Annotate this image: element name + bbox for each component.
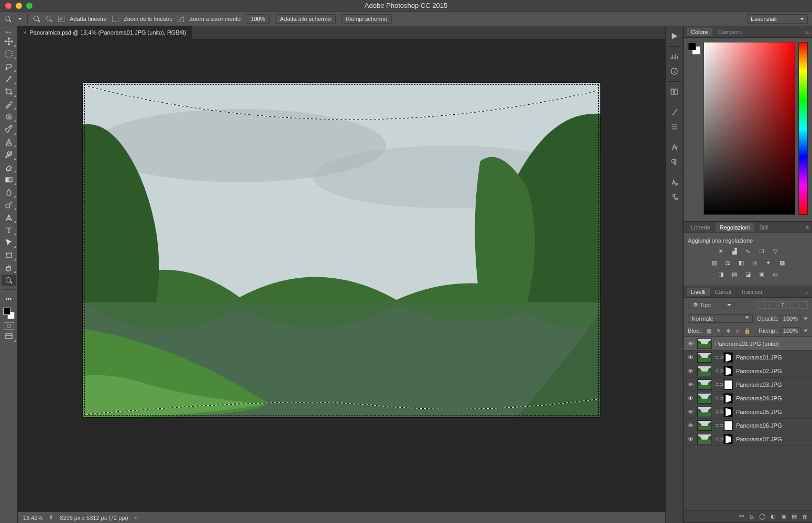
fit-screen-button[interactable]: Adatta allo schermo [275, 14, 335, 24]
channel-mixer-icon[interactable]: ✦ [764, 258, 773, 267]
visibility-icon[interactable]: 👁 [687, 395, 694, 402]
color-balance-icon[interactable]: ⚖ [723, 258, 732, 267]
layer-mask-thumb[interactable] [723, 366, 733, 376]
styles-tab[interactable]: Stili [755, 223, 773, 232]
pen-tool[interactable] [2, 212, 16, 223]
lock-transparency-icon[interactable]: ▦ [706, 327, 713, 334]
layer-mask-thumb[interactable] [723, 434, 733, 444]
layer-name[interactable]: Panorama07.JPG [736, 436, 782, 442]
libraries-tab[interactable]: Librerie [687, 223, 715, 232]
rectangle-tool[interactable] [2, 249, 16, 261]
character-icon[interactable] [668, 141, 681, 153]
tool-preset-icon[interactable] [4, 15, 12, 23]
new-group-icon[interactable]: ▣ [781, 513, 786, 520]
layer-row[interactable]: 👁Panorama01.JPG (unito) [684, 337, 812, 351]
type-tool[interactable] [2, 224, 16, 236]
play-icon[interactable] [668, 30, 681, 42]
visibility-icon[interactable]: 👁 [687, 408, 694, 416]
posterize-icon[interactable]: ▤ [730, 270, 739, 278]
path-selection-tool[interactable] [2, 237, 16, 248]
color-swatches[interactable] [3, 308, 15, 319]
brushes-icon[interactable] [668, 106, 681, 118]
zoom-tool[interactable] [2, 275, 16, 286]
vibrance-icon[interactable]: ▽ [771, 247, 780, 255]
layer-mask-thumb[interactable] [723, 379, 733, 390]
hand-tool[interactable] [2, 262, 16, 274]
layers-tab[interactable]: Livelli [687, 288, 710, 296]
properties-icon[interactable] [668, 86, 681, 97]
layer-thumb[interactable] [697, 407, 712, 417]
new-layer-icon[interactable]: ▤ [792, 513, 797, 520]
paths-tab[interactable]: Tracciati [737, 288, 766, 296]
brush-tool[interactable] [2, 124, 16, 135]
add-mask-icon[interactable]: ◯ [759, 513, 765, 520]
selective-color-icon[interactable]: ▣ [757, 270, 766, 278]
blur-tool[interactable] [2, 187, 16, 198]
layer-thumb[interactable] [697, 366, 712, 376]
clone-stamp-tool[interactable] [2, 136, 16, 148]
histogram-icon[interactable] [668, 51, 681, 62]
layer-thumb[interactable] [697, 420, 712, 431]
opacity-value[interactable]: 100% [781, 315, 800, 322]
visibility-icon[interactable]: 👁 [687, 435, 694, 443]
panel-menu-icon[interactable]: ≡ [806, 224, 809, 231]
exposure-icon[interactable]: ☐ [757, 247, 766, 255]
layer-filter-dropdown[interactable]: 🔎 Tipo [688, 301, 735, 309]
layer-name[interactable]: Panorama03.JPG [736, 382, 782, 388]
document-tab[interactable]: × Panoramica.psd @ 13,4% (Panorama01.JPG… [18, 26, 192, 39]
layer-row[interactable]: 👁⊂⊃Panorama01.JPG [684, 351, 812, 364]
canvas-holder[interactable] [18, 39, 665, 511]
hue-sat-icon[interactable]: ▥ [709, 258, 719, 267]
quick-mask-button[interactable] [4, 322, 14, 330]
filter-smart-icon[interactable] [799, 301, 808, 309]
canvas[interactable] [82, 82, 601, 418]
scroll-zoom-checkbox[interactable] [178, 16, 184, 22]
lasso-tool[interactable] [2, 61, 16, 72]
status-zoom[interactable]: 13,42% [23, 515, 42, 521]
layer-thumb[interactable] [697, 393, 712, 404]
fill-screen-button[interactable]: Riempi schermo [341, 14, 392, 24]
delete-layer-icon[interactable]: 🗑 [802, 514, 808, 520]
link-layers-icon[interactable]: ⚯ [739, 513, 744, 520]
layer-thumb[interactable] [697, 352, 712, 363]
screen-mode-button[interactable] [2, 331, 16, 342]
layer-thumb[interactable] [697, 379, 712, 390]
layer-name[interactable]: Panorama01.JPG [736, 354, 782, 361]
dodge-tool[interactable] [2, 199, 16, 211]
threshold-icon[interactable]: ◪ [743, 270, 753, 278]
filter-type-icon[interactable]: T [778, 301, 787, 309]
gradient-map-icon[interactable]: ▭ [771, 270, 780, 278]
crop-tool[interactable] [2, 86, 16, 97]
workspace-dropdown[interactable]: Essenziali [747, 14, 808, 24]
filter-adjustment-icon[interactable] [768, 301, 776, 309]
layer-row[interactable]: 👁⊂⊃Panorama02.JPG [684, 364, 812, 378]
layer-name[interactable]: Panorama06.JPG [736, 422, 782, 429]
visibility-icon[interactable]: 👁 [687, 354, 694, 361]
fit-windows-checkbox[interactable] [58, 16, 64, 22]
marquee-tool[interactable] [2, 48, 16, 60]
layer-mask-thumb[interactable] [723, 420, 733, 431]
edit-toolbar-button[interactable]: ••• [2, 293, 16, 304]
info-icon[interactable] [668, 66, 681, 77]
layer-row[interactable]: 👁⊂⊃Panorama07.JPG [684, 432, 812, 446]
levels-icon[interactable]: ▟ [730, 247, 739, 255]
adjustments-tab[interactable]: Regolazioni [716, 223, 754, 232]
blend-mode-dropdown[interactable]: Normale [688, 314, 753, 323]
swatches-tab[interactable]: Campioni [713, 28, 745, 36]
zoom-in-icon[interactable] [33, 15, 40, 23]
paragraph-icon[interactable] [668, 156, 681, 168]
layer-thumb[interactable] [697, 339, 712, 349]
visibility-icon[interactable]: 👁 [687, 340, 694, 347]
history-brush-tool[interactable] [2, 149, 16, 160]
move-tool[interactable] [2, 36, 16, 47]
curves-icon[interactable]: ∿ [743, 247, 753, 255]
channels-tab[interactable]: Canali [711, 288, 736, 296]
layer-thumb[interactable] [697, 434, 712, 444]
brightness-contrast-icon[interactable]: ☀ [716, 247, 726, 255]
paragraph-styles-icon[interactable] [668, 191, 681, 203]
gradient-tool[interactable] [2, 174, 16, 186]
lock-position-icon[interactable]: ✥ [725, 327, 732, 334]
layer-row[interactable]: 👁⊂⊃Panorama03.JPG [684, 378, 812, 391]
layer-mask-thumb[interactable] [723, 393, 733, 404]
layer-mask-thumb[interactable] [723, 352, 733, 363]
